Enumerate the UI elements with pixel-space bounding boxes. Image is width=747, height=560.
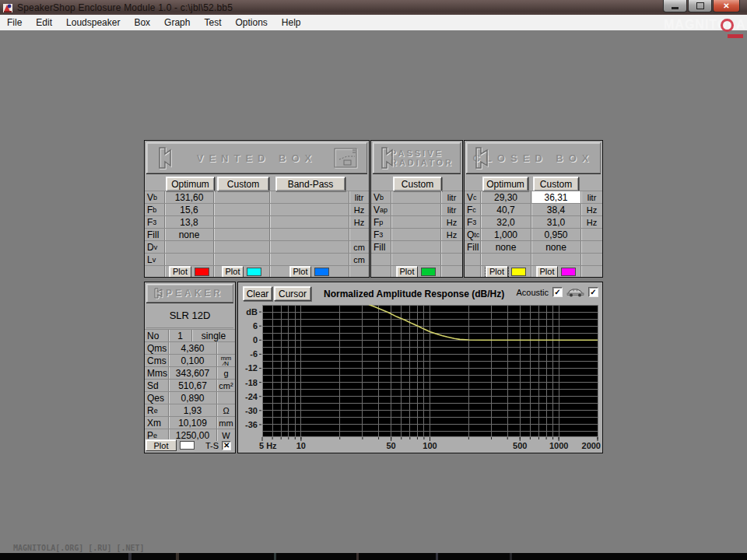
close-icon: ✕ <box>723 2 729 10</box>
value-cell[interactable]: 343,607 <box>168 367 216 379</box>
plot-color-swatch[interactable] <box>195 268 209 276</box>
plot-color-swatch[interactable] <box>561 268 576 276</box>
speaker-plot-button[interactable]: Plot <box>146 439 177 451</box>
minimize-button[interactable] <box>663 0 687 12</box>
value-cell[interactable] <box>269 216 349 228</box>
menu-item-options[interactable]: Options <box>228 16 274 30</box>
value-cell[interactable]: 0,890 <box>168 392 216 404</box>
value-cell[interactable] <box>391 204 440 215</box>
value-cell[interactable] <box>391 229 440 240</box>
speaker-model[interactable]: SLR 12D <box>146 303 233 328</box>
value-cell[interactable]: 13,8 <box>164 216 213 228</box>
car-acoustic-checkbox[interactable]: ✓ <box>588 287 598 297</box>
svg-text:0: 0 <box>253 335 258 345</box>
value-cell[interactable] <box>391 216 440 228</box>
vented-bandpass-button[interactable]: Band-Pass <box>275 177 345 191</box>
plot-button[interactable]: Plot <box>222 266 244 277</box>
value-cell[interactable] <box>213 191 269 203</box>
value-cell[interactable]: none <box>164 229 213 240</box>
closed-box-header: CLOSED BOX <box>466 142 601 173</box>
ts-label: T-S <box>205 441 219 450</box>
vented-box-header: VENTED BOX <box>146 142 367 173</box>
ts-checkbox[interactable]: ✕ <box>222 441 231 450</box>
speaker-plot-color-swatch[interactable] <box>180 441 195 450</box>
acoustic-checkbox[interactable]: ✓ <box>552 287 563 297</box>
menu-item-edit[interactable]: Edit <box>29 16 59 30</box>
unit-label: Hz <box>349 216 369 228</box>
vented-optimum-button[interactable]: Optimum <box>166 177 215 191</box>
value-cell[interactable]: 29,30 <box>480 191 531 203</box>
row-label <box>465 254 480 265</box>
table-row: Dvcm <box>145 240 369 253</box>
value-cell[interactable]: 40,7 <box>480 204 531 215</box>
minimize-icon <box>672 7 679 9</box>
value-cell[interactable]: 131,60 <box>164 191 213 203</box>
value-cell[interactable] <box>213 254 269 265</box>
clear-button[interactable]: Clear <box>243 286 272 301</box>
maximize-button[interactable] <box>688 0 712 12</box>
unit-label <box>349 266 369 277</box>
unit-label: Hz <box>440 216 462 228</box>
value-cell[interactable]: 36,31 <box>531 191 580 203</box>
menu-item-loudspeaker[interactable]: Loudspeaker <box>59 16 127 30</box>
value-cell[interactable] <box>164 241 213 253</box>
table-row: Vb131,60litr <box>145 191 369 203</box>
value-cell[interactable] <box>213 241 269 253</box>
plot-button[interactable]: Plot <box>536 266 559 277</box>
passive-custom-button[interactable]: Custom <box>393 177 442 191</box>
value-cell[interactable]: 32,0 <box>480 216 531 228</box>
value-cell[interactable] <box>269 191 349 203</box>
table-row: Vblitr <box>371 191 462 203</box>
vented-custom-button[interactable]: Custom <box>217 177 269 191</box>
value-cell[interactable] <box>269 204 349 215</box>
closed-optimum-button[interactable]: Optimum <box>482 177 528 191</box>
value-cell[interactable] <box>213 216 269 228</box>
plot-color-swatch[interactable] <box>511 268 526 276</box>
cursor-button[interactable]: Cursor <box>274 286 311 301</box>
plot-color-swatch[interactable] <box>247 268 261 276</box>
table-row: Vc29,3036,31litr <box>465 191 602 203</box>
value-cell[interactable]: 0,100 <box>168 355 216 366</box>
row-label: Sd <box>145 380 168 391</box>
speaker-number-cell[interactable]: 1 <box>168 330 191 341</box>
watermark-red-bar <box>728 34 743 38</box>
plot-button[interactable]: Plot <box>396 266 419 277</box>
plot-color-swatch[interactable] <box>314 268 329 276</box>
value-cell[interactable]: none <box>480 241 531 253</box>
value-cell[interactable] <box>213 229 269 240</box>
plot-button[interactable]: Plot <box>289 266 312 277</box>
menu-item-graph[interactable]: Graph <box>157 16 197 30</box>
value-cell[interactable]: 1,000 <box>480 229 531 240</box>
value-cell[interactable]: 15,6 <box>164 204 213 215</box>
value-cell[interactable]: 510,67 <box>168 380 216 391</box>
passive-radiator-panel: PASSIVE RADIATOR Custom VblitrVaplitrFpH… <box>370 140 463 278</box>
plot-color-swatch[interactable] <box>421 268 436 276</box>
value-cell[interactable] <box>213 204 269 215</box>
value-cell[interactable] <box>269 229 349 240</box>
plot-button[interactable]: Plot <box>169 266 191 277</box>
value-cell[interactable] <box>164 254 213 265</box>
plot-button[interactable]: Plot <box>486 266 508 277</box>
value-cell[interactable] <box>391 241 440 253</box>
svg-text:dB: dB <box>246 307 258 317</box>
value-cell[interactable]: 31,0 <box>531 216 580 228</box>
value-cell[interactable] <box>269 241 349 253</box>
value-cell[interactable]: 1,93 <box>168 404 216 416</box>
value-cell[interactable]: 0,950 <box>531 229 580 240</box>
value-cell[interactable] <box>391 191 440 203</box>
value-cell[interactable] <box>269 254 349 265</box>
value-cell[interactable]: 4,360 <box>168 342 216 354</box>
value-cell[interactable]: none <box>531 241 580 253</box>
menu-item-test[interactable]: Test <box>197 16 228 30</box>
value-cell[interactable]: 10,109 <box>168 417 216 429</box>
menu-item-box[interactable]: Box <box>127 16 157 30</box>
close-button[interactable]: ✕ <box>713 0 740 12</box>
value-cell[interactable]: 38,4 <box>531 204 580 215</box>
menu-item-help[interactable]: Help <box>275 16 308 30</box>
speaker-mode-cell[interactable]: single <box>191 330 235 341</box>
closed-custom-button[interactable]: Custom <box>533 177 579 191</box>
speaker-driver-icon <box>153 287 165 299</box>
titlebar[interactable]: SpeakerShop Enclosure Module 1.0 - c:\jb… <box>0 0 747 15</box>
graph-panel: Clear Cursor Normalized Amplitude Respon… <box>237 282 603 453</box>
menu-item-file[interactable]: File <box>0 16 29 30</box>
